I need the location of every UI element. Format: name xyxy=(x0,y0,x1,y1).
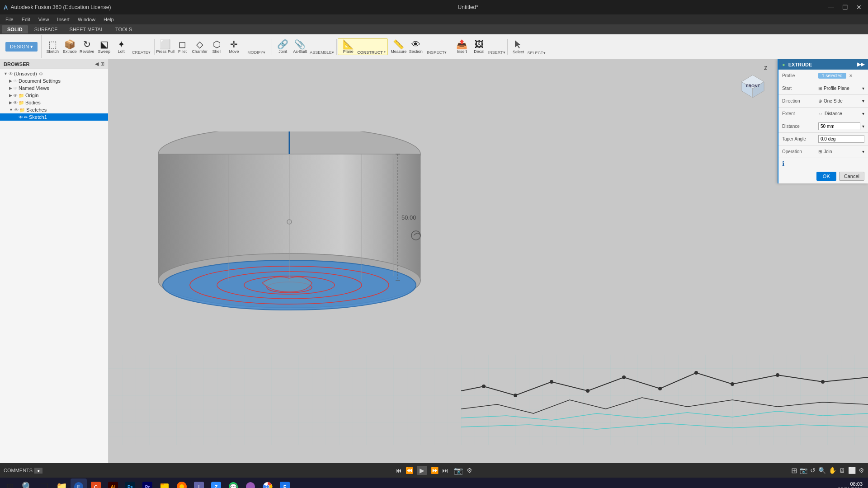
taper-input[interactable] xyxy=(818,135,864,143)
browser-item-sketches[interactable]: ▼ 👁 📁 Sketches xyxy=(0,106,108,113)
browser-app-btn[interactable] xyxy=(174,479,190,488)
measure-btn[interactable]: 📏 Measure xyxy=(391,39,407,55)
tab-surface[interactable]: SURFACE xyxy=(29,25,63,33)
operation-dropdown-icon[interactable]: ▾ xyxy=(862,149,864,154)
decal-btn[interactable]: 🖼 Decal xyxy=(471,39,487,55)
financeapp-btn[interactable]: F xyxy=(277,479,293,488)
photoshop-btn[interactable]: Ps xyxy=(122,479,138,488)
sweep-btn[interactable]: ⬕ Sweep xyxy=(96,39,112,55)
viewcube[interactable]: Z FRONT xyxy=(732,64,769,101)
ok-button[interactable]: OK xyxy=(816,172,836,181)
eye-icon-7[interactable]: 👁 xyxy=(19,115,23,120)
teams-btn[interactable]: T xyxy=(191,479,207,488)
viewport-grid-btn[interactable]: ⊞ xyxy=(791,466,797,475)
windows-start-btn[interactable]: ⊞ xyxy=(2,479,18,488)
distance-dropdown-icon[interactable]: ▾ xyxy=(862,124,864,129)
task-view-btn[interactable]: ❑ xyxy=(36,479,52,488)
browser-collapse-btn[interactable]: ◀ xyxy=(95,61,99,67)
tab-tools[interactable]: TOOLS xyxy=(110,25,137,33)
minimize-button[interactable]: — xyxy=(825,4,837,11)
viewport-display-btn[interactable]: 🖥 xyxy=(839,467,845,474)
illustrator-btn[interactable]: Ai xyxy=(105,479,121,488)
start-dropdown-icon[interactable]: ▾ xyxy=(862,86,864,91)
move-btn[interactable]: ✛ Move xyxy=(226,39,242,55)
tab-sheet-metal[interactable]: SHEET METAL xyxy=(64,25,109,33)
construct-plane-btn[interactable]: 📐 Plane xyxy=(340,39,356,55)
loft-btn[interactable]: ✦ Loft xyxy=(113,39,129,55)
svg-text:Ai: Ai xyxy=(111,484,116,488)
menu-help[interactable]: Help xyxy=(100,16,118,23)
maximize-button[interactable]: ☐ xyxy=(840,4,851,11)
menu-window[interactable]: Window xyxy=(74,16,99,23)
menu-view[interactable]: View xyxy=(35,16,53,23)
premiere-btn[interactable]: Pr xyxy=(139,479,156,488)
file-explorer-btn[interactable]: 📁 xyxy=(53,479,70,488)
playback-end-btn[interactable]: ⏭ xyxy=(442,467,448,474)
viewport-more-btn[interactable]: ⬜ xyxy=(848,467,856,474)
eye-icon-2[interactable]: 👁 xyxy=(13,79,18,84)
zoom-btn[interactable]: Z xyxy=(208,479,224,488)
extent-dropdown-icon[interactable]: ▾ xyxy=(862,111,864,116)
section-btn[interactable]: 👁 Section xyxy=(408,39,424,55)
press-pull-btn[interactable]: ⬜ Press Pull xyxy=(157,39,174,55)
playback-play-btn[interactable]: ▶ xyxy=(417,466,427,475)
playback-settings-icon[interactable]: ⚙ xyxy=(467,467,472,474)
browser-options-btn[interactable]: ⊞ xyxy=(100,61,104,67)
profile-clear-btn[interactable]: ✕ xyxy=(849,73,853,78)
eye-icon-3[interactable]: 👁 xyxy=(13,86,18,91)
browser-item-bodies[interactable]: ▶ 👁 📁 Bodies xyxy=(0,99,108,106)
cancel-button[interactable]: Cancel xyxy=(839,172,864,181)
revolve-btn[interactable]: ↻ Revolve xyxy=(79,39,95,55)
browser-item-unsaved[interactable]: ▼ 👁 (Unsaved) ⚙ xyxy=(0,70,108,77)
eye-icon-5[interactable]: 👁 xyxy=(13,100,18,105)
browser-item-sketch1[interactable]: ▶ 👁 ✏ Sketch1 xyxy=(0,113,108,121)
playback-start-btn[interactable]: ⏮ xyxy=(396,467,402,474)
insert-btn[interactable]: 📤 Insert xyxy=(454,39,470,55)
fillet-btn[interactable]: ◻ Fillet xyxy=(175,39,191,55)
viewport-zoom-btn[interactable]: 🔍 xyxy=(818,467,826,474)
close-button[interactable]: ✕ xyxy=(854,4,864,11)
browser-item-origin[interactable]: ▶ 👁 📁 Origin xyxy=(0,92,108,99)
chrome-btn[interactable] xyxy=(259,479,276,488)
direction-dropdown-icon[interactable]: ▾ xyxy=(862,99,864,103)
eye-icon-6[interactable]: 👁 xyxy=(14,108,19,113)
viewport-camera-btn[interactable]: 📷 xyxy=(800,467,807,474)
shell-btn[interactable]: ⬡ Shell xyxy=(209,39,225,55)
whatsapp-btn[interactable]: 💬 xyxy=(225,479,241,488)
distance-input[interactable] xyxy=(818,122,860,130)
tab-solid[interactable]: SOLID xyxy=(2,25,28,33)
asbuilt-btn[interactable]: 📎 As-Built xyxy=(292,39,308,55)
coreldraw-btn[interactable]: C xyxy=(88,479,104,488)
menu-file[interactable]: File xyxy=(2,16,17,23)
chamfer-btn[interactable]: ◇ Chamfer xyxy=(192,39,208,55)
search-btn[interactable]: 🔍 xyxy=(19,479,35,488)
item-settings-icon[interactable]: ⚙ xyxy=(39,71,43,76)
explorer-btn[interactable] xyxy=(156,479,173,488)
viewport-pan-btn[interactable]: ✋ xyxy=(829,467,836,474)
viewport-settings-btn[interactable]: ⚙ xyxy=(859,467,864,474)
start-plane-icon: ⊞ xyxy=(818,86,822,91)
viewport[interactable]: Z FRONT xyxy=(108,59,868,463)
eye-icon[interactable]: 👁 xyxy=(9,71,13,76)
eye-icon-4[interactable]: 👁 xyxy=(13,93,18,98)
playback-back-btn[interactable]: ⏪ xyxy=(406,467,413,474)
extrude-collapse-icon[interactable]: ▶▶ xyxy=(857,61,864,67)
viewport-orbit-btn[interactable]: ↺ xyxy=(810,467,816,474)
menu-edit[interactable]: Edit xyxy=(18,16,34,23)
comments-toggle[interactable]: ● xyxy=(34,468,42,474)
front-label: FRONT xyxy=(746,84,760,88)
app-purple-btn[interactable] xyxy=(242,479,259,488)
create-sketch-btn[interactable]: ⬚ Sketch xyxy=(44,39,61,55)
playback-timeline-icon[interactable]: 📷 xyxy=(454,466,463,475)
joint-btn[interactable]: 🔗 Joint xyxy=(275,39,291,55)
profile-chip[interactable]: 1 selected xyxy=(818,73,846,79)
design-dropdown[interactable]: DESIGN ▾ xyxy=(5,42,38,52)
extrude-icon: 📦 xyxy=(64,40,75,49)
extrude-btn[interactable]: 📦 Extrude xyxy=(61,39,78,55)
fusion-btn[interactable]: F xyxy=(71,479,87,488)
select-btn[interactable]: Select xyxy=(510,38,527,55)
playback-forward-btn[interactable]: ⏩ xyxy=(431,467,439,474)
browser-item-named-views[interactable]: ▶ 👁 Named Views xyxy=(0,84,108,92)
browser-item-doc-settings[interactable]: ▶ 👁 Document Settings xyxy=(0,77,108,84)
menu-insert[interactable]: Insert xyxy=(53,16,73,23)
